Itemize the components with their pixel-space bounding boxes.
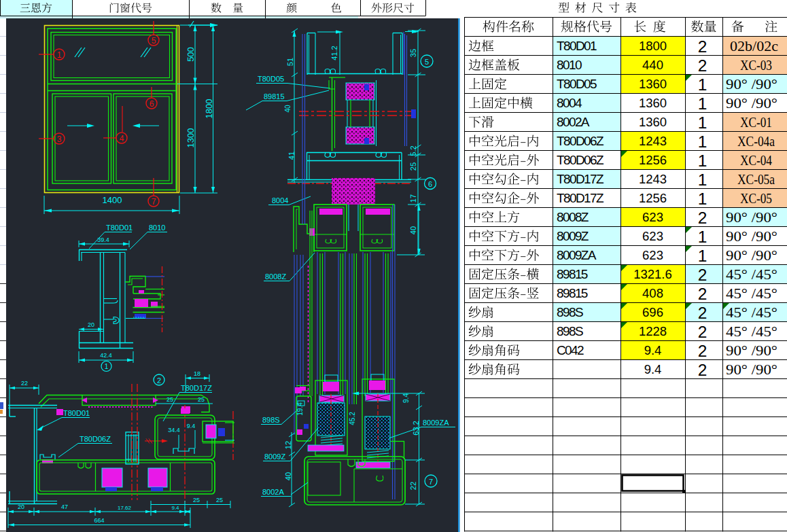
svg-text:25: 25 [193,497,200,503]
svg-text:T80D05: T80D05 [258,75,284,83]
svg-text:8009ZA: 8009ZA [557,248,597,262]
svg-text:T80D05: T80D05 [557,77,597,91]
svg-text:T80D06Z: T80D06Z [557,134,604,148]
svg-text:8009Z: 8009Z [264,453,285,461]
svg-text:25: 25 [167,396,173,403]
svg-text:1321.6: 1321.6 [633,267,672,281]
svg-text:9.4: 9.4 [187,423,196,429]
svg-text:51: 51 [286,58,294,66]
svg-text:6: 6 [428,180,432,188]
svg-text:1256: 1256 [639,191,667,205]
svg-text:9.4: 9.4 [171,505,179,511]
svg-text:1800: 1800 [639,39,667,53]
svg-text:25: 25 [409,162,417,171]
svg-text:34.4: 34.4 [168,427,180,433]
svg-text:12: 12 [284,441,292,449]
svg-text:47: 47 [61,503,68,510]
svg-text:9.4: 9.4 [402,393,410,403]
svg-text:1360: 1360 [639,115,667,129]
svg-text:5.2: 5.2 [409,145,417,156]
svg-text:2: 2 [698,285,707,303]
svg-text:2: 2 [698,342,707,360]
svg-text:T80D17Z: T80D17Z [557,172,604,186]
svg-text:XC-04a: XC-04a [737,133,775,149]
svg-text:1: 1 [698,152,707,170]
svg-text:8008Z: 8008Z [557,210,589,224]
svg-text:1243: 1243 [639,172,667,186]
svg-text:1228: 1228 [639,324,667,338]
svg-text:1: 1 [698,171,707,189]
svg-text:1: 1 [698,75,707,94]
svg-text:5: 5 [425,58,429,66]
svg-text:1400: 1400 [103,195,122,205]
svg-text:2: 2 [698,266,707,284]
svg-text:898S: 898S [557,305,583,319]
svg-text:25: 25 [198,396,205,403]
svg-text:1: 1 [698,113,707,132]
svg-text:440: 440 [642,58,663,72]
svg-text:20: 20 [18,503,24,510]
svg-text:T80D01: T80D01 [63,409,90,417]
svg-text:XC-01: XC-01 [740,114,772,130]
svg-text:90° /90°: 90° /90° [726,209,777,226]
svg-text:90° /90°: 90° /90° [726,76,777,92]
svg-text:T80D01: T80D01 [106,224,133,232]
svg-text:42.4: 42.4 [100,352,112,359]
svg-text:63.2: 63.2 [412,421,420,435]
svg-text:35: 35 [409,49,417,57]
svg-text:6: 6 [150,99,154,109]
svg-text:1: 1 [105,363,109,370]
svg-text:7: 7 [429,478,433,486]
svg-text:89815: 89815 [557,286,588,300]
svg-text:8004: 8004 [272,196,288,205]
svg-text:1243: 1243 [639,134,667,148]
svg-text:2: 2 [698,209,707,227]
svg-text:623: 623 [642,210,663,224]
svg-text:T80D17Z: T80D17Z [557,191,604,205]
svg-text:XC-05: XC-05 [740,190,772,207]
svg-text:8009Z: 8009Z [557,229,589,243]
svg-text:45° /45°: 45° /45° [726,266,777,283]
svg-text:500: 500 [186,47,196,62]
svg-text:02b/02c: 02b/02c [730,38,778,54]
svg-text:7: 7 [152,197,156,207]
svg-text:898S: 898S [262,416,280,424]
svg-text:1: 1 [57,50,62,60]
svg-text:1: 1 [698,132,707,151]
svg-text:408: 408 [642,286,663,300]
svg-text:XC-05a: XC-05a [737,171,775,188]
svg-text:1360: 1360 [639,77,667,91]
svg-text:8008Z: 8008Z [265,272,286,281]
svg-text:45° /45°: 45° /45° [726,285,777,302]
svg-text:18: 18 [194,370,200,377]
svg-text:45° /45°: 45° /45° [726,304,777,321]
svg-text:2: 2 [698,361,707,379]
svg-text:2: 2 [698,56,707,75]
svg-text:39.4: 39.4 [97,236,109,243]
svg-text:9.4: 9.4 [644,343,662,357]
svg-text:40: 40 [409,226,417,234]
svg-text:623: 623 [642,248,663,262]
svg-text:T80D17Z: T80D17Z [181,384,212,392]
svg-text:664: 664 [94,517,104,524]
svg-text:5: 5 [152,36,156,46]
svg-text:T80D06Z: T80D06Z [80,435,111,443]
svg-text:C042: C042 [557,343,584,357]
svg-text:1256: 1256 [639,153,667,167]
svg-text:20: 20 [88,321,94,328]
svg-text:45° /45°: 45° /45° [726,323,777,340]
svg-text:8002A: 8002A [262,488,284,496]
svg-text:8010: 8010 [557,58,582,72]
svg-text:1: 1 [698,94,707,113]
svg-text:8010: 8010 [149,224,165,232]
svg-text:40: 40 [284,105,292,113]
svg-text:T80D01: T80D01 [557,39,597,53]
svg-text:22: 22 [409,482,417,490]
svg-text:90° /90°: 90° /90° [726,342,777,359]
svg-text:XC-03: XC-03 [740,57,772,73]
svg-text:17.62: 17.62 [118,505,132,511]
svg-text:19.4: 19.4 [296,402,304,416]
svg-text:1: 1 [698,247,707,265]
svg-text:T80D06Z: T80D06Z [557,153,604,167]
svg-text:898S: 898S [557,324,583,338]
